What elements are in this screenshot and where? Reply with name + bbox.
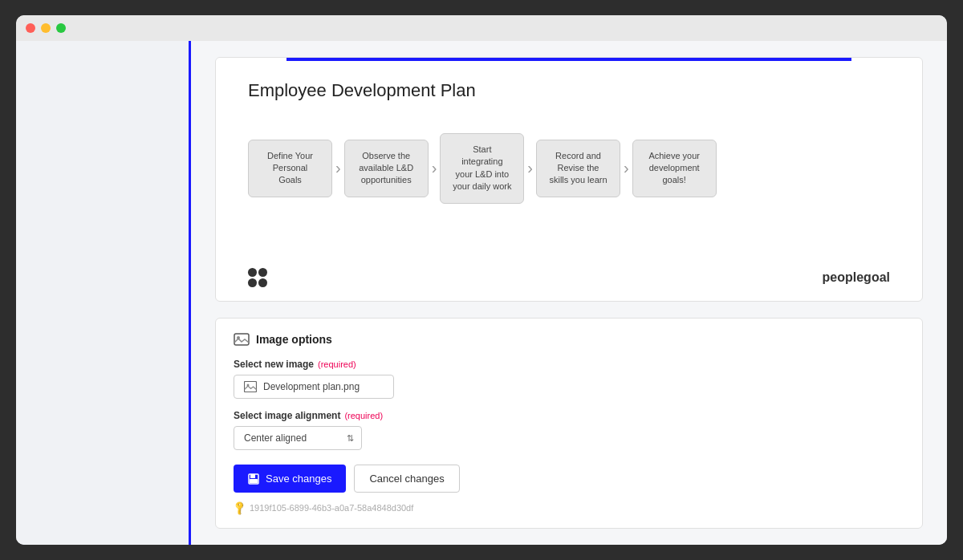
hash-value: 1919f105-6899-46b3-a0a7-58a4848d30df	[250, 503, 413, 513]
user-dot-1	[248, 268, 257, 277]
select-image-field: Select new image (required) Development …	[234, 359, 904, 399]
preview-inner: Employee Development Plan Define Your Pe…	[216, 61, 922, 268]
sidebar	[16, 41, 191, 545]
titlebar	[16, 15, 947, 41]
app-window: Employee Development Plan Define Your Pe…	[16, 15, 947, 545]
flow-step-2: Observe the available L&D opportunities	[344, 140, 429, 197]
brand-logo: peoplegoal	[823, 270, 890, 285]
user-dot-3	[248, 278, 257, 287]
user-dot-4	[258, 278, 267, 287]
file-name: Development plan.png	[263, 381, 360, 392]
maximize-button[interactable]	[56, 23, 66, 33]
select-image-label: Select new image (required)	[234, 359, 904, 370]
flow-step-1: Define Your Personal Goals	[248, 140, 332, 197]
cancel-label: Cancel changes	[369, 473, 444, 485]
save-button[interactable]: Save changes	[234, 465, 346, 493]
svg-rect-0	[234, 334, 249, 345]
image-icon	[234, 333, 250, 346]
hash-id: 🔑 1919f105-6899-46b3-a0a7-58a4848d30df	[234, 502, 904, 513]
close-button[interactable]	[26, 23, 35, 33]
svg-rect-6	[250, 479, 258, 483]
file-input[interactable]: Development plan.png	[234, 375, 394, 399]
arrow-4: ›	[624, 159, 629, 177]
flowchart: Define Your Personal Goals › Observe the…	[248, 133, 890, 204]
arrow-1: ›	[335, 159, 341, 177]
required-badge-image: (required)	[318, 359, 356, 369]
minimize-button[interactable]	[41, 23, 51, 33]
save-label: Save changes	[266, 473, 331, 485]
alignment-select-wrapper: Center aligned Left aligned Right aligne…	[234, 426, 362, 450]
key-icon: 🔑	[231, 500, 248, 517]
section-header: Image options	[234, 333, 904, 346]
svg-rect-5	[250, 474, 255, 478]
arrow-2: ›	[432, 159, 437, 177]
image-preview-card: Employee Development Plan Define Your Pe…	[215, 57, 923, 302]
plan-title: Employee Development Plan	[248, 80, 890, 101]
window-body: Employee Development Plan Define Your Pe…	[16, 41, 947, 545]
arrow-3: ›	[527, 159, 533, 177]
save-icon	[248, 473, 259, 485]
cancel-button[interactable]: Cancel changes	[354, 465, 459, 493]
alignment-label: Select image alignment (required)	[234, 410, 904, 421]
flow-step-3: Start integrating your L&D into your dai…	[440, 133, 524, 204]
required-badge-alignment: (required)	[344, 411, 383, 420]
card-footer: peoplegoal	[216, 268, 922, 302]
alignment-select[interactable]: Center aligned Left aligned Right aligne…	[234, 426, 362, 450]
flow-step-5: Achieve your development goals!	[632, 140, 717, 197]
alignment-field: Select image alignment (required) Center…	[234, 410, 904, 450]
action-buttons: Save changes Cancel changes	[234, 465, 904, 493]
image-options-section: Image options Select new image (required…	[215, 318, 923, 529]
flow-step-4: Record and Revise the skills you learn	[536, 140, 620, 197]
users-icon	[248, 268, 267, 287]
file-image-icon	[244, 381, 257, 392]
main-content: Employee Development Plan Define Your Pe…	[191, 41, 947, 545]
user-dot-2	[258, 268, 267, 277]
svg-rect-2	[245, 382, 257, 392]
